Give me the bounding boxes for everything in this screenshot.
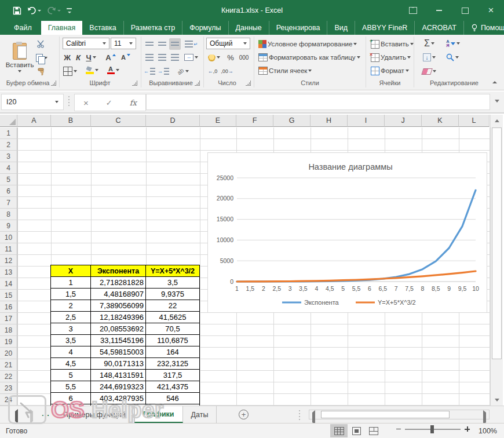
table-header-cell[interactable]: Экспонента xyxy=(91,265,146,277)
insert-cells-button[interactable]: +Вставить xyxy=(371,38,414,50)
ribbon-tab[interactable]: Файл xyxy=(5,21,41,35)
cell-styles-button[interactable]: Стили ячеек xyxy=(258,65,312,76)
ribbon-tab[interactable]: Данные xyxy=(229,21,269,35)
table-cell[interactable]: 2,5 xyxy=(51,312,91,323)
formula-input[interactable] xyxy=(146,94,490,110)
table-cell[interactable]: 244,6919323 xyxy=(91,381,146,393)
row-header[interactable]: 18 xyxy=(0,324,17,336)
comma-style-button[interactable]: 000 xyxy=(236,52,251,63)
table-cell[interactable]: 12,18249396 xyxy=(91,312,146,323)
align-right-button[interactable] xyxy=(169,52,181,63)
customize-qat-icon[interactable] xyxy=(67,8,72,13)
scroll-down-icon[interactable] xyxy=(491,394,503,406)
column-header[interactable]: J xyxy=(385,115,422,127)
font-color-button[interactable]: А xyxy=(105,64,120,76)
table-cell[interactable]: 403,4287935 xyxy=(91,393,146,404)
grow-font-button[interactable]: А xyxy=(105,52,116,63)
format-as-table-button[interactable]: Форматировать как таблицу xyxy=(258,52,360,63)
table-cell[interactable]: 7,389056099 xyxy=(91,300,146,312)
font-dialog-launcher-icon[interactable] xyxy=(132,81,137,86)
sheet-tab-overflow[interactable]: ... xyxy=(42,409,50,418)
row-header[interactable]: 4 xyxy=(0,162,17,174)
table-cell[interactable]: 22 xyxy=(146,300,200,312)
increase-indent-button[interactable]: → xyxy=(158,65,169,77)
name-box-caret-icon[interactable] xyxy=(55,101,59,103)
row-header[interactable]: 3 xyxy=(0,151,17,162)
ribbon-tab[interactable]: Разметка стр xyxy=(124,21,182,35)
select-all-corner[interactable] xyxy=(0,115,17,127)
row-header[interactable]: 9 xyxy=(0,220,17,232)
fill-button[interactable]: ↓ xyxy=(419,52,439,63)
table-cell[interactable]: 164 xyxy=(146,346,200,358)
column-header[interactable]: B xyxy=(51,115,91,127)
table-cell[interactable]: 5,5 xyxy=(51,381,91,393)
ribbon-tab[interactable]: Помощн xyxy=(464,21,504,35)
redo-dropdown-caret[interactable] xyxy=(57,10,61,12)
row-header[interactable]: 2 xyxy=(0,139,17,151)
table-cell[interactable]: 546 xyxy=(146,393,200,404)
ribbon-tab[interactable]: Главная xyxy=(41,21,83,35)
maximize-icon[interactable] xyxy=(452,0,478,21)
fill-color-button[interactable] xyxy=(85,64,100,76)
normal-view-icon[interactable] xyxy=(330,424,348,437)
cut-button[interactable] xyxy=(37,38,46,50)
row-header[interactable]: 17 xyxy=(0,313,17,324)
table-cell[interactable]: 3,5 xyxy=(146,277,200,289)
row-header[interactable]: 22 xyxy=(0,371,17,382)
row-header[interactable]: 20 xyxy=(0,348,17,359)
zoom-level[interactable]: 100% xyxy=(479,427,497,435)
copy-button[interactable] xyxy=(36,52,48,64)
column-header[interactable]: L xyxy=(459,115,490,127)
table-cell[interactable]: 70,5 xyxy=(146,323,200,335)
row-header[interactable]: 5 xyxy=(0,174,17,185)
table-cell[interactable]: 1,5 xyxy=(51,289,91,300)
ribbon-tab[interactable]: ACROBAT xyxy=(415,21,464,35)
scroll-up-icon[interactable] xyxy=(491,115,503,126)
ribbon-tab[interactable]: Вид xyxy=(327,21,355,35)
sheet-nav-left-icon[interactable] xyxy=(15,411,18,422)
table-cell[interactable]: 2 xyxy=(51,300,91,312)
row-header[interactable]: 10 xyxy=(0,232,17,243)
orientation-button[interactable]: ab xyxy=(175,65,191,77)
merge-center-button[interactable]: ↔ xyxy=(183,52,199,63)
insert-function-icon[interactable]: fx xyxy=(130,98,137,107)
ribbon-display-options-icon[interactable]: ⌃ xyxy=(400,0,426,21)
table-cell[interactable]: 4,5 xyxy=(51,358,91,370)
row-header[interactable]: 1 xyxy=(0,127,17,139)
align-middle-button[interactable] xyxy=(156,38,168,50)
align-top-button[interactable] xyxy=(144,38,155,50)
table-cell[interactable]: 317,5 xyxy=(146,370,200,381)
column-header[interactable]: K xyxy=(422,115,459,127)
ribbon-tab[interactable]: Рецензирова xyxy=(269,21,328,35)
column-header[interactable]: G xyxy=(273,115,311,127)
align-center-button[interactable] xyxy=(156,52,168,63)
delete-cells-button[interactable]: ×Удалить xyxy=(371,52,411,63)
table-cell[interactable]: 4,48168907 xyxy=(91,289,146,300)
table-cell[interactable]: 4 xyxy=(51,346,91,358)
row-header[interactable]: 6 xyxy=(0,185,17,197)
save-icon[interactable] xyxy=(13,6,21,15)
row-header[interactable]: 21 xyxy=(0,359,17,371)
alignment-dialog-launcher-icon[interactable] xyxy=(195,81,200,86)
clear-button[interactable] xyxy=(419,65,439,77)
column-header[interactable]: C xyxy=(91,115,146,127)
vertical-scrollbar[interactable] xyxy=(490,115,503,406)
bold-button[interactable]: Ж xyxy=(63,52,72,63)
table-header-cell[interactable]: X xyxy=(51,265,91,277)
undo-dropdown-caret[interactable] xyxy=(38,10,41,12)
collapse-ribbon-icon[interactable] xyxy=(492,81,497,83)
expand-formula-bar-icon[interactable] xyxy=(495,100,499,103)
table-cell[interactable]: 90,0171313 xyxy=(91,358,146,370)
table-cell[interactable]: 54,59815003 xyxy=(91,346,146,358)
align-bottom-button[interactable] xyxy=(169,38,181,50)
table-cell[interactable]: 232,3125 xyxy=(146,358,200,370)
table-cell[interactable]: 2,718281828 xyxy=(91,277,146,289)
undo-icon[interactable] xyxy=(27,7,41,14)
column-header[interactable]: A xyxy=(17,115,51,127)
accounting-format-button[interactable] xyxy=(206,52,221,63)
table-cell[interactable]: 33,11545196 xyxy=(91,335,146,346)
clipboard-dialog-launcher-icon[interactable] xyxy=(51,81,56,86)
column-header[interactable]: D xyxy=(146,115,200,127)
align-left-button[interactable] xyxy=(144,52,155,63)
ribbon-tab[interactable]: Вставка xyxy=(82,21,123,35)
